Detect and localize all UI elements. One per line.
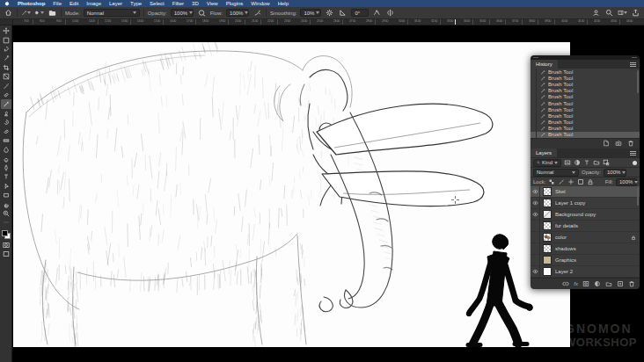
delete-layer-icon[interactable] — [628, 280, 635, 288]
history-source-well[interactable] — [531, 69, 537, 75]
layer-thumbnail[interactable] — [543, 233, 552, 242]
quick-mask-button[interactable] — [1, 241, 11, 250]
blur-tool[interactable] — [1, 145, 11, 154]
edit-toolbar-tool[interactable] — [1, 218, 11, 227]
menu-window[interactable]: Window — [251, 0, 269, 7]
document-canvas[interactable] — [13, 42, 570, 347]
pressure-size-icon[interactable] — [372, 9, 382, 18]
history-source-well[interactable] — [531, 75, 537, 81]
brush-tool[interactable] — [1, 99, 11, 108]
search-icon[interactable] — [604, 9, 614, 18]
layer-thumbnail[interactable] — [543, 244, 552, 253]
history-source-well[interactable] — [531, 132, 537, 138]
history-state[interactable]: Brush Tool — [531, 126, 640, 132]
symmetry-icon[interactable] — [385, 9, 395, 18]
layer-style-icon[interactable]: fx — [574, 281, 578, 286]
layer-name[interactable]: Graphics — [555, 257, 576, 263]
layer-thumbnail[interactable] — [543, 199, 552, 207]
layer-visibility-eye[interactable] — [531, 198, 540, 208]
lock-position-icon[interactable] — [567, 178, 574, 185]
menu-view[interactable]: View — [207, 0, 218, 7]
type-tool[interactable] — [1, 172, 11, 181]
history-source-well[interactable] — [531, 88, 537, 94]
zoom-tool[interactable] — [1, 209, 11, 218]
layer-name[interactable]: Background copy — [555, 212, 596, 217]
path-selection-tool[interactable] — [1, 182, 11, 191]
account-icon[interactable] — [591, 9, 601, 18]
horizontal-ruler[interactable]: 7008009001000110012001300140015001600170… — [0, 19, 644, 25]
rectangle-tool[interactable] — [1, 191, 11, 199]
layer-visibility-eye[interactable] — [531, 266, 540, 277]
toggle-brush-settings-icon[interactable] — [48, 9, 57, 18]
history-state[interactable]: Brush Tool — [531, 88, 640, 94]
filter-pixel-layers-icon[interactable] — [564, 159, 571, 166]
new-snapshot-icon[interactable] — [615, 140, 622, 148]
pressure-opacity-icon[interactable] — [197, 9, 207, 18]
layers-panel-menu-icon[interactable] — [630, 150, 636, 156]
history-state[interactable]: Brush Tool — [531, 69, 640, 75]
history-source-well[interactable] — [531, 106, 537, 112]
menu-plugins[interactable]: Plugins — [226, 0, 244, 7]
layers-scrollbar[interactable] — [637, 188, 639, 206]
layer-filter-dropdown[interactable]: Kind — [533, 159, 561, 167]
layer-opacity-dropdown[interactable]: 100% — [604, 169, 626, 177]
new-group-icon[interactable] — [605, 280, 612, 288]
airbrush-icon[interactable] — [252, 9, 262, 18]
layer-name[interactable]: fur details — [555, 223, 578, 228]
layer-visibility-empty[interactable] — [531, 243, 540, 254]
history-source-well[interactable] — [531, 112, 537, 119]
brush-preset-icon[interactable] — [21, 9, 31, 18]
gradient-tool[interactable] — [1, 136, 11, 145]
menu-3d[interactable]: 3D — [192, 0, 199, 7]
menu-select[interactable]: Select — [150, 0, 165, 7]
layer-visibility-eye[interactable] — [531, 186, 540, 197]
history-scrollbar[interactable] — [637, 70, 639, 93]
brush-angle-value[interactable]: 0° — [351, 9, 369, 17]
workspace-icon[interactable] — [618, 9, 627, 18]
history-panel-menu-icon[interactable] — [630, 62, 636, 67]
layer-name[interactable]: Layer 2 — [555, 269, 573, 274]
menu-image[interactable]: Image — [86, 0, 101, 7]
move-tool[interactable] — [1, 26, 11, 35]
new-layer-icon[interactable] — [617, 280, 624, 288]
layer-row[interactable]: Skel — [531, 186, 640, 198]
foreground-color-swatch[interactable] — [2, 230, 8, 236]
layer-visibility-empty[interactable] — [531, 221, 540, 231]
history-state[interactable]: Brush Tool — [531, 100, 640, 106]
layer-thumbnail[interactable] — [543, 187, 552, 196]
menu-filter[interactable]: Filter — [172, 0, 184, 7]
lock-artboard-icon[interactable] — [577, 178, 584, 185]
clone-stamp-tool[interactable] — [1, 109, 11, 118]
eyedropper-tool[interactable] — [1, 81, 11, 90]
spot-healing-brush-tool[interactable] — [1, 90, 11, 99]
history-source-well[interactable] — [531, 100, 537, 106]
apple-menu-icon[interactable] — [4, 1, 10, 6]
menu-help[interactable]: Help — [278, 0, 289, 7]
dodge-tool[interactable] — [1, 154, 11, 163]
layer-visibility-empty[interactable] — [531, 232, 540, 243]
filter-toggle[interactable] — [633, 161, 637, 165]
color-swatches[interactable] — [2, 230, 11, 239]
layer-thumbnail[interactable] — [543, 210, 552, 219]
menu-layer[interactable]: Layer — [109, 0, 122, 7]
history-brush-tool[interactable] — [1, 118, 11, 127]
object-selection-tool[interactable] — [1, 54, 11, 62]
layer-name[interactable]: shadows — [555, 246, 576, 251]
filter-adjustment-layers-icon[interactable] — [574, 159, 581, 166]
opacity-dropdown[interactable]: 100% — [171, 9, 194, 17]
history-source-well[interactable] — [531, 81, 537, 87]
home-icon[interactable] — [4, 9, 13, 18]
lock-pixels-icon[interactable] — [558, 178, 565, 185]
hand-tool[interactable] — [1, 199, 11, 208]
blend-mode-dropdown[interactable]: Normal — [84, 9, 140, 17]
menu-edit[interactable]: Edit — [70, 0, 78, 7]
flow-dropdown[interactable]: 100% — [226, 9, 249, 17]
layer-fill-dropdown[interactable]: 100% — [616, 178, 637, 186]
filter-smart-objects-icon[interactable] — [603, 159, 610, 166]
new-adjustment-layer-icon[interactable] — [594, 280, 601, 288]
layer-visibility-empty[interactable] — [531, 255, 540, 265]
layer-thumbnail[interactable] — [543, 256, 552, 264]
brush-tip-icon[interactable] — [34, 9, 44, 18]
layer-row[interactable]: Background copy — [531, 209, 640, 221]
history-state[interactable]: Brush Tool — [531, 81, 640, 87]
